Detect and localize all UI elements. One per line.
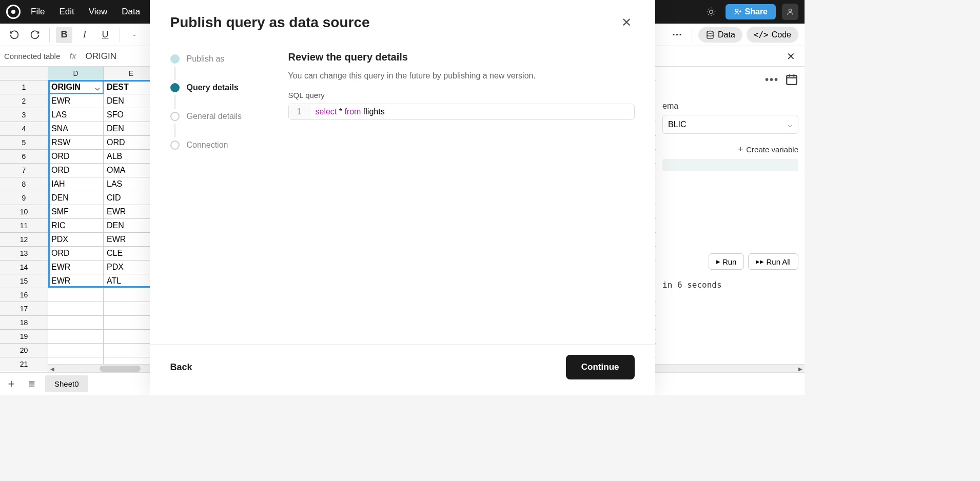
modal-overlay: Publish query as data source ✕ Publish a… xyxy=(0,0,805,395)
content-desc: You can change this query in the future … xyxy=(288,71,635,81)
step-connector xyxy=(174,95,175,109)
publish-modal: Publish query as data source ✕ Publish a… xyxy=(150,0,655,395)
step-connector xyxy=(174,124,175,137)
step-general-details[interactable]: General details xyxy=(170,109,268,124)
step-circle-icon xyxy=(170,112,180,121)
step-query-details[interactable]: Query details xyxy=(170,80,268,95)
step-connector xyxy=(174,67,175,80)
back-button[interactable]: Back xyxy=(170,362,192,373)
step-publish-as[interactable]: Publish as xyxy=(170,51,268,67)
step-circle-icon xyxy=(170,141,180,150)
continue-button[interactable]: Continue xyxy=(566,355,635,379)
step-circle-icon xyxy=(170,54,180,64)
step-circle-icon xyxy=(170,83,180,92)
code-line-number: 1 xyxy=(289,104,310,119)
close-icon[interactable]: ✕ xyxy=(618,14,635,31)
sql-code-block[interactable]: 1 select * from flights xyxy=(288,104,635,120)
stepper: Publish asQuery detailsGeneral detailsCo… xyxy=(170,51,268,334)
sql-field-label: SQL query xyxy=(288,91,635,99)
modal-title: Publish query as data source xyxy=(170,14,370,31)
code-content: select * from flights xyxy=(310,104,634,119)
step-connection[interactable]: Connection xyxy=(170,137,268,153)
step-label: Query details xyxy=(187,83,239,92)
step-label: General details xyxy=(187,112,242,121)
content-title: Review the query details xyxy=(288,51,635,63)
step-label: Publish as xyxy=(187,54,225,64)
step-label: Connection xyxy=(187,141,228,150)
